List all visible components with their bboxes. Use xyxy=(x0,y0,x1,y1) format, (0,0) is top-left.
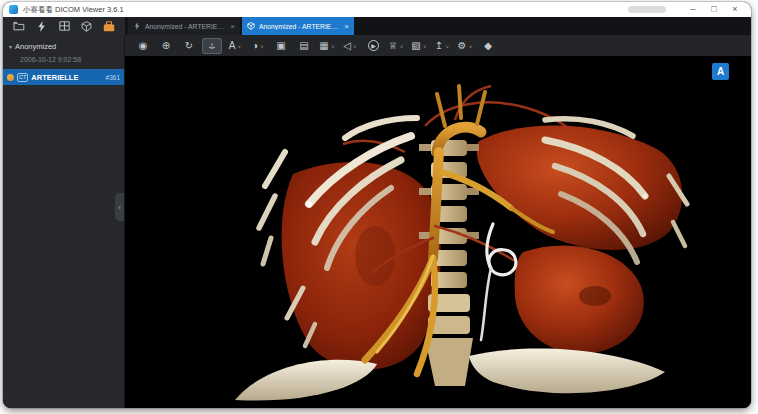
series-item-arterielle[interactable]: CT ARTERIELLE #361 xyxy=(3,69,124,85)
window-level-icon[interactable]: ◑∨ xyxy=(248,38,268,54)
catheter-coil-group xyxy=(481,224,516,340)
cube-3d-icon[interactable] xyxy=(81,20,93,32)
patient-name: Anonymized xyxy=(15,42,56,51)
series-image-count: #361 xyxy=(106,74,120,81)
chevron-left-icon: ‹ xyxy=(118,203,121,212)
tab-label: Anonymized - ARTERIELLE xyxy=(145,23,226,30)
lightning-import-icon[interactable] xyxy=(36,20,48,32)
chevron-down-icon[interactable]: ▾ xyxy=(9,43,12,50)
open-folder-icon[interactable] xyxy=(13,20,25,32)
settings-icon[interactable]: ⚙∨ xyxy=(455,38,475,54)
app-logo-icon xyxy=(9,5,18,14)
render-preset-icon[interactable]: ♕∨ xyxy=(386,38,406,54)
viewer-toolbar-tools: ◉⊕↻↔↕A∨◑∨▣▤▦∨◁∨▶♕∨▧∨↥∨⚙∨◆ xyxy=(125,35,751,56)
layout-icon[interactable]: ▦∨ xyxy=(317,38,337,54)
study-browser-sidebar: ▾ Anonymized 2006-10-12 9:02:58 CT ARTER… xyxy=(3,35,125,408)
tab-anonymized-arterielle-3d[interactable]: Anonymized - ARTERIELLE × xyxy=(242,17,354,35)
dropdown-caret-icon[interactable]: ∨ xyxy=(331,43,335,48)
viewer-pane: ◉⊕↻↔↕A∨◑∨▣▤▦∨◁∨▶♕∨▧∨↥∨⚙∨◆ xyxy=(125,35,751,408)
rotate-3d-icon[interactable]: ◉ xyxy=(133,38,153,54)
cube-icon xyxy=(247,22,255,30)
snapshot-icon[interactable]: ▧∨ xyxy=(409,38,429,54)
main-body: ▾ Anonymized 2006-10-12 9:02:58 CT ARTER… xyxy=(3,35,751,408)
maximize-button[interactable]: □ xyxy=(706,2,722,17)
zoom-icon[interactable]: ⊕ xyxy=(156,38,176,54)
dropdown-caret-icon[interactable]: ∨ xyxy=(237,43,241,48)
orientation-badge[interactable]: A xyxy=(712,63,729,80)
dropdown-caret-icon[interactable]: ∨ xyxy=(353,43,357,48)
sidebar-collapse-handle[interactable]: ‹ xyxy=(115,193,124,221)
modality-badge: CT xyxy=(17,73,28,82)
tab-strip: Anonymized - ARTERIELLE × Anonymized - A… xyxy=(125,17,751,35)
tab-close-icon[interactable]: × xyxy=(230,22,235,31)
tab-anonymized-arterielle-2d[interactable]: Anonymized - ARTERIELLE × xyxy=(128,17,240,35)
window-titlebar: 小赛看看 DICOM Viewer 3.6.1 – □ × xyxy=(3,2,751,17)
orientation-flip-icon[interactable]: ◁∨ xyxy=(340,38,360,54)
cine-play-icon[interactable]: ▶ xyxy=(363,38,383,54)
minimize-button[interactable]: – xyxy=(685,2,701,17)
bone-highlight xyxy=(306,201,312,207)
dropdown-caret-icon[interactable]: ∨ xyxy=(399,43,403,48)
storage-progress-bar xyxy=(628,6,666,13)
main-toolbar xyxy=(3,17,125,35)
patient-tree-node[interactable]: ▾ Anonymized xyxy=(3,35,124,51)
reset-rotation-icon[interactable]: ↻ xyxy=(179,38,199,54)
series-label: ARTERIELLE xyxy=(31,73,102,82)
dropdown-caret-icon[interactable]: ∨ xyxy=(445,43,449,48)
dropdown-caret-icon[interactable]: ∨ xyxy=(423,43,427,48)
archive-store-icon[interactable] xyxy=(103,20,115,32)
study-datetime[interactable]: 2006-10-12 9:02:58 xyxy=(3,51,124,63)
clip-box-icon[interactable]: ▣ xyxy=(271,38,291,54)
close-button[interactable]: × xyxy=(727,2,743,17)
top-strip: Anonymized - ARTERIELLE × Anonymized - A… xyxy=(3,17,751,35)
window-title: 小赛看看 DICOM Viewer 3.6.1 xyxy=(23,5,124,15)
tab-label: Anonymized - ARTERIELLE xyxy=(259,23,340,30)
lightning-icon xyxy=(133,22,141,30)
annotation-icon[interactable]: A∨ xyxy=(225,38,245,54)
export-icon[interactable]: ↥∨ xyxy=(432,38,452,54)
pan-icon[interactable]: ↔↕ xyxy=(202,38,222,54)
render-viewport[interactable]: A xyxy=(125,56,751,408)
layout-grid-icon[interactable] xyxy=(58,20,70,32)
dropdown-caret-icon[interactable]: ∨ xyxy=(260,43,264,48)
layers-icon[interactable]: ▤ xyxy=(294,38,314,54)
app-window: 小赛看看 DICOM Viewer 3.6.1 – □ × xyxy=(3,2,751,408)
tag-icon[interactable]: ◆ xyxy=(478,38,498,54)
tab-close-icon[interactable]: × xyxy=(344,22,349,31)
volume-render-3d xyxy=(125,56,751,408)
bone-highlight xyxy=(643,194,648,199)
series-thumbnail-icon xyxy=(7,74,14,81)
dropdown-caret-icon[interactable]: ∨ xyxy=(468,43,472,48)
